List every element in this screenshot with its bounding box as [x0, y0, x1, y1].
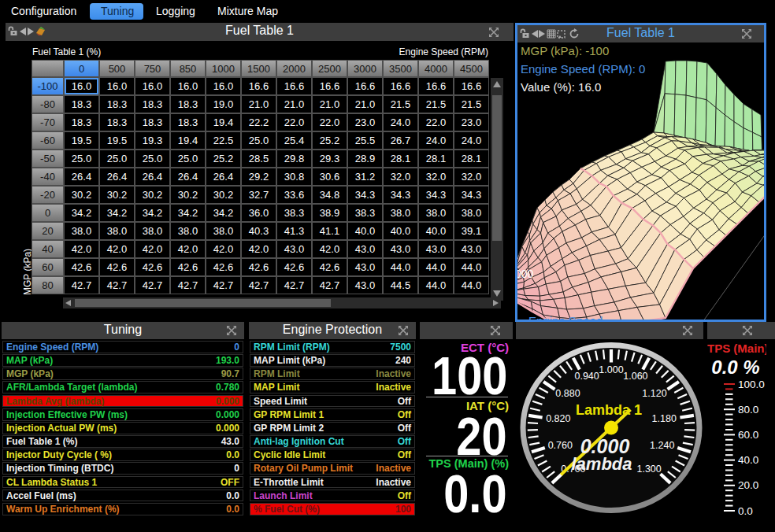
svg-text:Lambda 1: Lambda 1 [576, 402, 642, 418]
svg-text:40.0: 40.0 [738, 454, 758, 466]
svg-text:1.240: 1.240 [650, 440, 674, 451]
svg-text:0.820: 0.820 [546, 413, 570, 424]
svg-text:1.120: 1.120 [642, 388, 666, 399]
svg-text:1.300: 1.300 [636, 464, 661, 475]
svg-text:0.880: 0.880 [555, 388, 580, 399]
svg-text:1.000: 1.000 [599, 364, 623, 375]
svg-text:lambda: lambda [571, 454, 632, 474]
svg-text:1.060: 1.060 [623, 371, 647, 382]
svg-text:1.180: 1.180 [652, 413, 677, 424]
svg-text:20.0: 20.0 [738, 479, 758, 491]
svg-text:0.940: 0.940 [574, 371, 599, 382]
svg-text:100.0: 100.0 [738, 379, 765, 390]
svg-text:60.0: 60.0 [738, 429, 758, 441]
svg-text:0.0: 0.0 [738, 505, 753, 517]
svg-text:80.0: 80.0 [738, 404, 758, 416]
svg-text:0.760: 0.760 [548, 440, 573, 451]
